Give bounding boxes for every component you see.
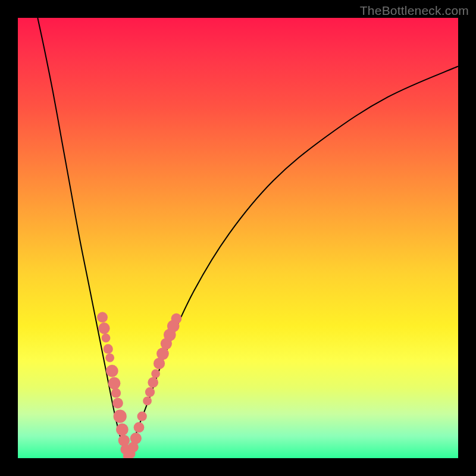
plot-area: [18, 18, 458, 458]
data-bead: [134, 422, 145, 433]
data-bead: [102, 334, 111, 343]
data-bead: [105, 353, 114, 362]
data-bead: [111, 388, 121, 397]
data-bead: [112, 398, 123, 409]
data-bead: [106, 365, 118, 377]
data-bead: [156, 347, 169, 360]
data-bead: [151, 369, 160, 378]
data-bead: [148, 377, 158, 388]
data-bead: [114, 410, 127, 423]
data-bead: [97, 312, 108, 322]
data-bead: [108, 377, 121, 390]
right-branch-curve: [128, 66, 458, 458]
data-bead: [171, 314, 182, 324]
data-bead: [130, 433, 142, 444]
data-bead: [145, 387, 155, 397]
data-bead: [137, 412, 147, 421]
data-bead: [104, 344, 113, 353]
chart-frame: TheBottleneck.com: [0, 0, 476, 476]
data-bead: [98, 322, 109, 334]
data-beads: [97, 312, 181, 458]
chart-svg: [18, 18, 458, 458]
data-bead: [143, 396, 152, 405]
data-bead: [116, 424, 129, 436]
watermark-text: TheBottleneck.com: [360, 4, 469, 18]
